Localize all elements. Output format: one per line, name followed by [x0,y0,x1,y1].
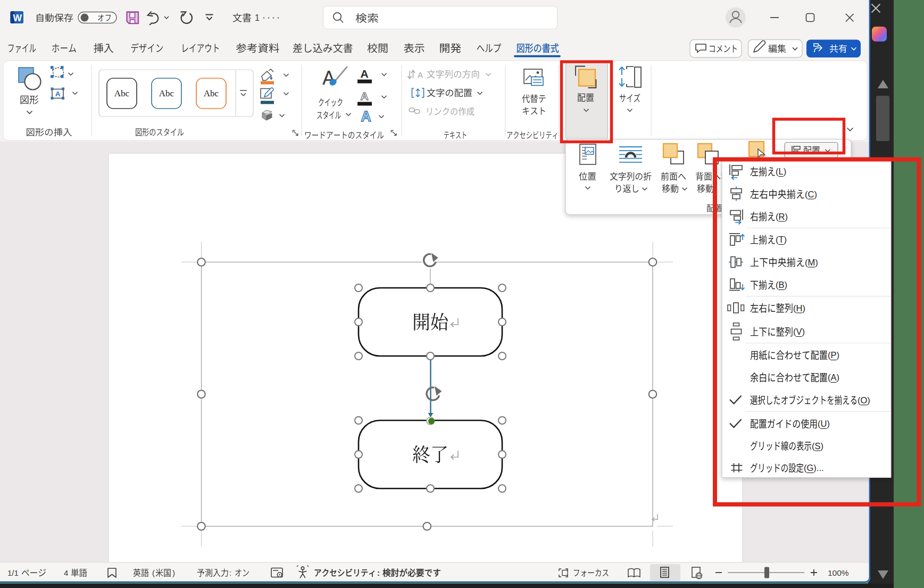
svg-text:(L): (L) [776,167,786,176]
svg-text:Abc: Abc [159,88,174,98]
svg-text:(T): (T) [776,235,787,244]
svg-text:1: 1 [255,13,260,22]
svg-text:Abc: Abc [204,88,219,98]
svg-text:(: ( [152,568,155,577]
svg-text:(A): (A) [828,372,839,382]
svg-text:(U): (U) [818,419,830,428]
svg-text:A: A [55,90,61,98]
svg-text:(G)...: (G)... [804,463,824,473]
svg-text:(R): (R) [776,212,788,221]
svg-text:(O): (O) [858,395,870,405]
svg-text:A: A [360,68,368,80]
svg-text:(C): (C) [805,189,817,199]
svg-text:A: A [361,109,371,125]
svg-text:100%: 100% [828,568,849,577]
svg-text:4: 4 [64,568,68,577]
svg-text::: : [229,568,231,577]
svg-text:W: W [13,13,22,23]
svg-text:A: A [418,70,423,79]
svg-text:(S): (S) [812,441,823,451]
svg-text:(P): (P) [828,350,839,360]
svg-text:A: A [360,90,368,102]
svg-text:(V): (V) [793,327,805,336]
svg-text:1/1: 1/1 [7,568,19,577]
svg-text:(H): (H) [793,303,805,313]
svg-text:Abc: Abc [114,88,130,98]
svg-text::: : [377,568,380,577]
svg-text:(M): (M) [805,258,818,267]
svg-text:(B): (B) [776,280,787,289]
svg-text:): ) [172,568,175,577]
